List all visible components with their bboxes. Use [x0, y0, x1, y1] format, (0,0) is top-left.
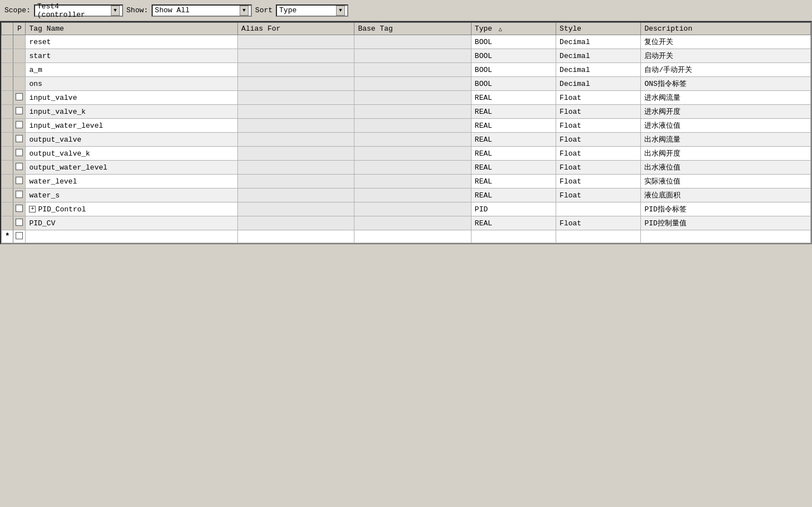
checkbox[interactable]: [16, 177, 23, 184]
td-checkbox[interactable]: [13, 105, 26, 119]
td-tag-name[interactable]: [26, 230, 238, 243]
td-description: 实际液位值: [641, 175, 811, 189]
td-checkbox[interactable]: [13, 133, 26, 147]
td-tag-name[interactable]: output_valve_k: [26, 147, 238, 161]
td-checkbox[interactable]: [13, 202, 26, 216]
td-alias-for: [238, 161, 354, 175]
td-style: Float: [556, 216, 641, 230]
td-description: PID指令标签: [641, 202, 811, 216]
checkbox[interactable]: [16, 219, 23, 226]
checkbox[interactable]: [16, 232, 23, 239]
td-base-tag: [354, 133, 471, 147]
td-tag-name[interactable]: reset: [26, 35, 238, 49]
table-row: +PID_ControlPIDPID指令标签: [2, 202, 811, 216]
td-alias-for: [238, 35, 354, 49]
th-base-tag[interactable]: Base Tag: [354, 23, 471, 35]
show-value: Show All: [155, 6, 239, 15]
td-alias-for: [238, 175, 354, 189]
td-style: Float: [556, 189, 641, 202]
table-row: input_valve_kREALFloat进水阀开度: [2, 105, 811, 119]
td-tag-name[interactable]: PID_CV: [26, 216, 238, 230]
td-tag-name[interactable]: ons: [26, 77, 238, 91]
td-tag-name[interactable]: start: [26, 49, 238, 63]
scope-dropdown-arrow[interactable]: ▼: [111, 6, 120, 16]
td-checkbox: [13, 77, 26, 91]
td-alias-for: [238, 133, 354, 147]
td-checkbox[interactable]: [13, 189, 26, 202]
td-type: REAL: [471, 119, 556, 133]
td-checkbox[interactable]: [13, 175, 26, 189]
td-checkbox[interactable]: [13, 91, 26, 105]
td-description: 液位底面积: [641, 189, 811, 202]
sort-arrow-icon: △: [499, 26, 502, 32]
th-alias-for[interactable]: Alias For: [238, 23, 354, 35]
td-tag-name[interactable]: water_level: [26, 175, 238, 189]
td-style: Float: [556, 147, 641, 161]
td-description: 复位开关: [641, 35, 811, 49]
sort-select[interactable]: Type ▼: [276, 4, 348, 17]
tag-name-text: water_level: [29, 177, 77, 186]
checkbox[interactable]: [16, 93, 23, 100]
show-select[interactable]: Show All ▼: [152, 4, 252, 17]
table-row: input_water_levelREALFloat进水液位值: [2, 119, 811, 133]
checkbox[interactable]: [16, 135, 23, 142]
table-row: water_levelREALFloat实际液位值: [2, 175, 811, 189]
checkbox[interactable]: [16, 163, 23, 170]
td-checkbox[interactable]: [13, 216, 26, 230]
td-alias-for: [238, 91, 354, 105]
td-checkbox[interactable]: [13, 119, 26, 133]
table-row: onsBOOLDecimalONS指令标签: [2, 77, 811, 91]
show-dropdown-arrow[interactable]: ▼: [240, 6, 249, 16]
checkbox[interactable]: [16, 205, 23, 212]
th-style[interactable]: Style: [556, 23, 641, 35]
td-row-num: [2, 105, 13, 119]
td-alias-for: [238, 230, 354, 243]
tag-table-container: P Tag Name Alias For Base Tag Type △ Sty…: [0, 21, 812, 244]
th-description[interactable]: Description: [641, 23, 811, 35]
td-tag-name[interactable]: input_valve: [26, 91, 238, 105]
td-alias-for: [238, 202, 354, 216]
td-type: PID: [471, 202, 556, 216]
td-checkbox: [13, 35, 26, 49]
td-type: BOOL: [471, 35, 556, 49]
th-p[interactable]: P: [13, 23, 26, 35]
td-description: 自动/手动开关: [641, 63, 811, 77]
td-base-tag: [354, 189, 471, 202]
td-style: Float: [556, 91, 641, 105]
td-tag-name[interactable]: output_valve: [26, 133, 238, 147]
td-tag-name[interactable]: output_water_level: [26, 161, 238, 175]
scope-select[interactable]: Test4 (controller ▼: [34, 4, 123, 17]
td-tag-name[interactable]: input_water_level: [26, 119, 238, 133]
td-tag-name[interactable]: +PID_Control: [26, 202, 238, 216]
td-checkbox[interactable]: [13, 147, 26, 161]
td-row-num: [2, 189, 13, 202]
td-checkbox[interactable]: [13, 161, 26, 175]
td-tag-name[interactable]: input_valve_k: [26, 105, 238, 119]
td-checkbox: [13, 63, 26, 77]
toolbar: Scope: Test4 (controller ▼ Show: Show Al…: [0, 0, 812, 21]
td-description: 出水阀流量: [641, 133, 811, 147]
tag-name-text: a_m: [29, 66, 42, 74]
td-checkbox[interactable]: [13, 230, 26, 243]
td-style: Decimal: [556, 63, 641, 77]
sort-dropdown-arrow[interactable]: ▼: [336, 6, 345, 16]
td-style: Decimal: [556, 77, 641, 91]
td-alias-for: [238, 119, 354, 133]
td-tag-name[interactable]: water_s: [26, 189, 238, 202]
td-alias-for: [238, 105, 354, 119]
table-row: input_valveREALFloat进水阀流量: [2, 91, 811, 105]
checkbox[interactable]: [16, 149, 23, 156]
expand-icon[interactable]: +: [29, 206, 36, 213]
td-type: REAL: [471, 133, 556, 147]
checkbox[interactable]: [16, 107, 23, 114]
td-base-tag: [354, 91, 471, 105]
td-tag-name[interactable]: a_m: [26, 63, 238, 77]
td-row-num: [2, 202, 13, 216]
td-style: Float: [556, 133, 641, 147]
checkbox[interactable]: [16, 191, 23, 198]
td-alias-for: [238, 77, 354, 91]
th-tag-name[interactable]: Tag Name: [26, 23, 238, 35]
checkbox[interactable]: [16, 121, 23, 128]
th-type[interactable]: Type △: [471, 23, 556, 35]
td-style: Float: [556, 175, 641, 189]
